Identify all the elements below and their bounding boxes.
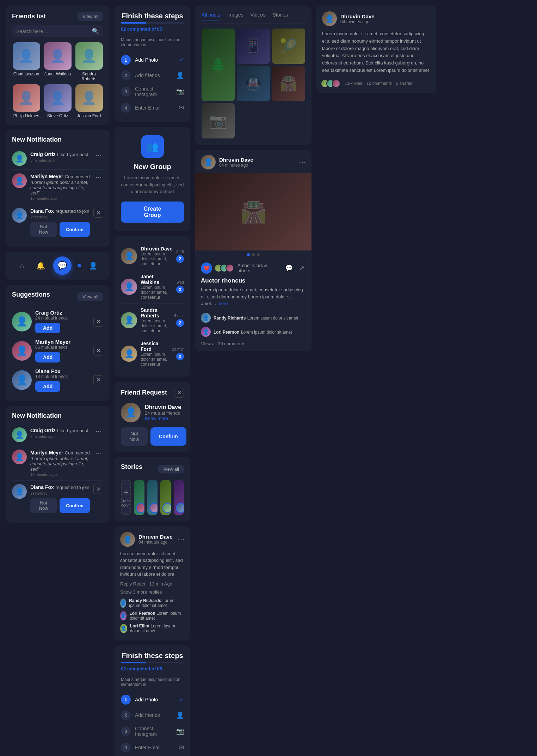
- msg-avatar-dhruvin: 👤: [121, 248, 137, 264]
- post-thumb-tunnel[interactable]: 🚇: [237, 66, 270, 101]
- post-thumb-tech[interactable]: 📱: [237, 29, 270, 64]
- comment-icon-btn[interactable]: 💬: [284, 263, 294, 273]
- story-item-4[interactable]: [174, 480, 184, 515]
- bottom-step-num-4: 4: [121, 743, 131, 752]
- friend-req-not-now-btn[interactable]: Not Now: [121, 427, 148, 446]
- notif2-name-marilyn: Marilyn Meyer: [30, 450, 63, 456]
- sugg-add-btn-diana[interactable]: Add: [35, 381, 60, 392]
- story-avatar-4: [176, 503, 184, 513]
- friends-list-title: Friends list: [12, 13, 46, 20]
- sugg-add-btn-marilyn[interactable]: Add: [35, 352, 60, 362]
- step-num-1: 1: [121, 55, 131, 65]
- sugg-dismiss-diana[interactable]: ✕: [93, 375, 103, 385]
- sugg-dismiss-marilyn[interactable]: ✕: [93, 346, 103, 356]
- notif-menu-btn-craig[interactable]: ⋯: [94, 151, 103, 159]
- friend-req-know-more[interactable]: Know more: [145, 416, 181, 421]
- msg-jessica[interactable]: 👤 Jessica Ford Lorem ipsum dolor sit ame…: [121, 337, 184, 370]
- reply-avatar-randy: 👤: [120, 599, 126, 608]
- tab-stories[interactable]: Stories: [272, 12, 288, 20]
- step-item-friends: 2 Add friends 👤: [121, 68, 184, 83]
- show-more-replies-btn[interactable]: Show 3 more replies: [120, 589, 185, 595]
- notif2-close-btn[interactable]: ✕: [93, 484, 103, 494]
- posts-tabs: All posts Images Videos Stories: [202, 12, 305, 24]
- share-icon-btn[interactable]: ↗: [298, 263, 306, 273]
- comment-avatar-lori: 👤: [201, 327, 211, 337]
- friend-item-steve[interactable]: 👤 Steve Ortiz: [43, 84, 72, 118]
- step-label-email: Enter Email: [135, 105, 174, 111]
- step-person-icon: 👤: [176, 72, 184, 79]
- friend-name-janet: Janet Watkins: [44, 72, 71, 76]
- tab-all-posts[interactable]: All posts: [202, 12, 220, 20]
- sugg-mutual-craig: 24 mutual friends: [35, 316, 90, 321]
- nav-home-icon[interactable]: ⌂: [16, 259, 29, 272]
- friend-item-jessica[interactable]: 👤 Jessica Ford: [75, 84, 103, 118]
- nav-dot: [78, 264, 81, 267]
- nav-fab-chat[interactable]: 💬: [53, 256, 72, 275]
- story-item-3[interactable]: [160, 480, 171, 515]
- msg-dhruvin[interactable]: 👤 Dhruvin Dave Lorem ipsum dolor sit ame…: [121, 242, 184, 270]
- stories-view-all-btn[interactable]: View all: [158, 465, 184, 473]
- story-avatar-1: [136, 503, 144, 513]
- right-post-text: Lorem ipsum dolor sit amet, consetetur s…: [322, 30, 431, 74]
- sugg-avatar-craig: 👤: [12, 312, 32, 331]
- post-thumb-camera[interactable]: 📷: [202, 103, 235, 138]
- story-item-2[interactable]: [147, 480, 158, 515]
- notif2-not-now-btn[interactable]: Not Now: [30, 498, 57, 513]
- story-item-1[interactable]: [134, 480, 144, 515]
- sugg-add-btn-craig[interactable]: Add: [35, 323, 60, 333]
- friend-avatar-jessica: 👤: [75, 84, 103, 112]
- create-group-btn[interactable]: Create Group: [121, 202, 184, 223]
- nav-bell-icon[interactable]: 🔔: [35, 259, 47, 272]
- messages-card: 👤 Dhruvin Dave Lorem ipsum dolor sit ame…: [115, 236, 190, 377]
- sugg-dismiss-craig[interactable]: ✕: [93, 317, 103, 327]
- notif2-menu-btn-craig[interactable]: ⋯: [94, 427, 103, 435]
- bottom-step-num-2: 2: [121, 710, 131, 720]
- post-thumb-road[interactable]: 🛣️: [272, 66, 305, 101]
- friend-item-janet[interactable]: 👤 Janet Watkins: [43, 42, 72, 81]
- main-post-menu-btn[interactable]: ⋯: [299, 158, 306, 166]
- notif2-confirm-btn[interactable]: Confirm: [60, 498, 90, 513]
- post-thumb-forest[interactable]: 🌲: [202, 29, 235, 101]
- new-group-title: New Group: [121, 163, 184, 171]
- stories-grid: + Create story: [121, 480, 184, 515]
- notif-action-marilyn: Commented: [65, 174, 90, 179]
- msg-sandra[interactable]: 👤 Sandra Roberts Lorem ipsum dolor sit a…: [121, 304, 184, 337]
- like-btn[interactable]: ❤️: [201, 262, 212, 274]
- friend-req-close-btn[interactable]: ✕: [174, 388, 184, 398]
- friend-req-avatar: 👤: [121, 403, 141, 422]
- step-item-email: 4 Enter Email ✉: [121, 100, 184, 116]
- msg-janet[interactable]: 👤 Janet Watkins Lorem ipsum dolor sit am…: [121, 270, 184, 304]
- friend-item-philip[interactable]: 👤 Philip Holmes: [12, 84, 41, 118]
- bottom-post-menu-btn[interactable]: ⋯: [178, 535, 185, 544]
- notif-menu-btn-marilyn[interactable]: ⋯: [94, 173, 103, 181]
- bottom-post-author: Dhruvin Dave: [138, 534, 173, 540]
- friends-search-input[interactable]: [16, 29, 92, 34]
- nav-profile-icon[interactable]: 👤: [87, 259, 100, 272]
- reply-avatar-elliot: 👤: [120, 624, 127, 633]
- step-camera-icon: 📷: [176, 88, 184, 95]
- friends-view-all-btn[interactable]: View all: [78, 12, 103, 21]
- steps-completed-num: 02 completed: [121, 26, 150, 32]
- post-more-link[interactable]: more: [217, 301, 228, 306]
- step-num-4: 4: [121, 103, 131, 113]
- notif-close-btn-diana[interactable]: ✕: [93, 208, 103, 218]
- msg-text-sandra: Lorem ipsum dolor sit amet, consetetur: [141, 318, 171, 333]
- comment-name-lori: Lori Pearson: [214, 330, 239, 335]
- friend-req-confirm-btn[interactable]: Confirm: [150, 427, 186, 446]
- right-post-menu-btn[interactable]: ⋯: [424, 14, 431, 23]
- notif-confirm-btn[interactable]: Confirm: [60, 222, 90, 237]
- friend-request-card: Friend Request ✕ 👤 Dhruvin Dave 24 mutua…: [115, 382, 190, 452]
- tab-videos[interactable]: Videos: [251, 12, 266, 20]
- friend-req-mutual: 24 mutual friends: [145, 410, 181, 416]
- friend-item-sandra[interactable]: 👤 Sandra Roberts: [75, 42, 103, 81]
- notif2-menu-btn-marilyn[interactable]: ⋯: [94, 450, 103, 457]
- friend-item-chad[interactable]: 👤 Chad Lawson: [12, 42, 41, 81]
- notif-avatar-marilyn: 👤: [12, 173, 27, 188]
- view-all-comments-link[interactable]: View all 30 comments: [195, 339, 311, 351]
- main-post-author: Dhruvin Dave: [219, 157, 253, 163]
- post-thumb-tennis[interactable]: 🎾: [272, 29, 305, 64]
- notif-not-now-btn[interactable]: Not Now: [30, 222, 57, 237]
- tab-images[interactable]: Images: [227, 12, 243, 20]
- create-story-btn[interactable]: + Create story: [121, 480, 131, 515]
- suggestions-view-all-btn[interactable]: View all: [78, 292, 103, 301]
